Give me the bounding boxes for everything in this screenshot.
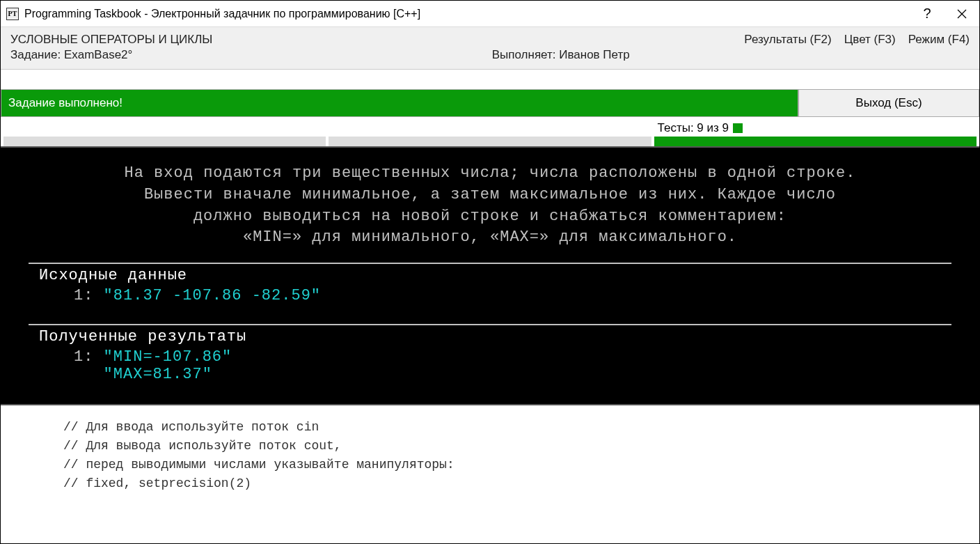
task-name: Задание: ExamBase2° [10,48,377,62]
app-window: PT Programming Taskbook - Электронный за… [0,0,980,544]
menu-results[interactable]: Результаты (F2) [744,33,831,47]
menu-bar: Результаты (F2) Цвет (F3) Режим (F4) [744,33,970,47]
status-message: Задание выполнено! [1,89,798,117]
close-button[interactable] [945,1,979,26]
titlebar-controls: ? [910,1,979,26]
spacer [1,70,979,89]
window-title: Programming Taskbook - Электронный задач… [24,8,910,20]
user-label: Выполняет: Иванов Петр [492,48,630,61]
exit-button[interactable]: Выход (Esc) [798,89,979,117]
task-line: Вывести вначале минимальное, а затем мак… [22,185,958,206]
info-bar: УСЛОВНЫЕ ОПЕРАТОРЫ И ЦИКЛЫ Задание: Exam… [1,27,979,70]
help-button[interactable]: ? [910,1,945,26]
close-icon [957,9,967,19]
output-value: "MAX=81.37" [104,366,212,383]
menu-mode[interactable]: Режим (F4) [908,33,970,47]
comment-line: // Для вывода используйте поток cout, [63,437,979,456]
input-section-title: Исходные данные [1,267,979,287]
progress-bar [1,137,979,146]
progress-seg [3,137,326,146]
info-left: УСЛОВНЫЕ ОПЕРАТОРЫ И ЦИКЛЫ Задание: Exam… [10,33,377,62]
titlebar: PT Programming Taskbook - Электронный за… [1,1,979,27]
output-data-line: "MAX=81.37" [1,366,979,383]
section-gap [1,304,979,324]
progress-seg [654,137,977,146]
task-description: На вход подаются три вещественных числа;… [1,163,979,263]
output-index-spacer [74,366,104,383]
console-panel: На вход подаются три вещественных числа;… [1,146,979,405]
input-data-line: 1: "81.37 -107.86 -82.59" [1,287,979,304]
task-line: должно выводиться на новой строке и снаб… [22,206,958,228]
app-icon: PT [6,8,19,20]
tests-row: Тесты: 9 из 9 [1,117,979,146]
output-value: "MIN=-107.86" [104,348,232,366]
output-section-title: Полученные результаты [1,328,979,348]
input-index: 1: [74,287,104,304]
task-category: УСЛОВНЫЕ ОПЕРАТОРЫ И ЦИКЛЫ [10,33,377,47]
tests-status-icon [733,123,743,133]
menu-color[interactable]: Цвет (F3) [844,33,896,47]
task-line: «MIN=» для минимального, «MAX=» для макс… [22,227,958,249]
output-data-line: 1: "MIN=-107.86" [1,348,979,366]
tests-count: Тесты: 9 из 9 [658,121,729,135]
task-line: На вход подаются три вещественных числа;… [22,163,958,185]
info-center: Выполняет: Иванов Петр [377,33,744,62]
divider [29,263,951,264]
comment-line: // перед выводимыми числами указывайте м… [63,456,979,474]
divider [29,324,951,325]
progress-seg [329,137,651,146]
tests-label: Тесты: 9 из 9 [1,121,979,135]
status-row: Задание выполнено! Выход (Esc) [1,89,979,117]
comments-panel: // Для ввода используйте поток cin // Дл… [1,405,979,493]
comment-line: // Для ввода используйте поток cin [63,418,979,437]
comment-line: // fixed, setprecision(2) [63,474,979,493]
output-index: 1: [74,348,104,366]
input-value: "81.37 -107.86 -82.59" [104,287,321,304]
